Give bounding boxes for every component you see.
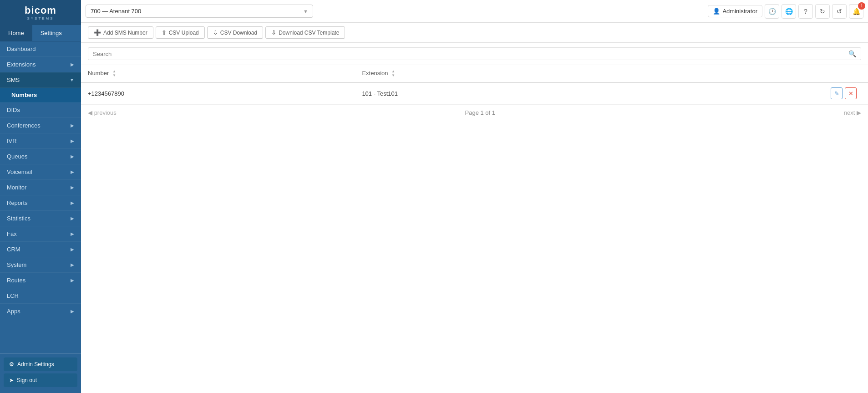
help-button[interactable]: ? [798, 4, 813, 19]
admin-settings-label: Admin Settings [17, 361, 54, 367]
column-actions [626, 65, 868, 82]
sidebar-item-label: Queues [7, 153, 28, 160]
sidebar-item-ivr[interactable]: IVR ▶ [0, 133, 81, 149]
column-number[interactable]: Number ▲ ▼ [81, 65, 355, 82]
sidebar-item-dids[interactable]: DIDs [0, 102, 81, 118]
chevron-right-icon: ▶ [71, 123, 74, 128]
sidebar-item-sms[interactable]: SMS ▼ [0, 72, 81, 88]
sidebar-item-label: Statistics [7, 215, 30, 222]
sidebar-item-statistics[interactable]: Statistics ▶ [0, 211, 81, 226]
sidebar-item-lcr[interactable]: LCR [0, 288, 81, 304]
nav-items: Dashboard Extensions ▶ SMS ▼ Numbers DID… [0, 41, 81, 353]
chevron-right-icon: ▶ [71, 309, 74, 314]
tenant-selector[interactable]: 700 — Atenant 700 ▼ [86, 5, 313, 18]
sidebar-item-system[interactable]: System ▶ [0, 257, 81, 273]
sidebar: bicom SYSTEMS Home Settings Dashboard Ex… [0, 0, 81, 393]
sort-desc-icon: ▼ [391, 74, 395, 77]
chevron-right-icon: ▶ [71, 62, 74, 67]
notification-button[interactable]: 🔔 1 [849, 4, 863, 19]
row-actions: ✎ ✕ [633, 87, 861, 99]
sync-button[interactable]: ↺ [832, 4, 847, 19]
chevron-right-icon: ▶ [71, 138, 74, 143]
sort-icons: ▲ ▼ [112, 70, 116, 77]
sidebar-item-label: Conferences [7, 122, 41, 129]
header: 700 — Atenant 700 ▼ 👤 Administrator 🕐 🌐 … [81, 0, 868, 23]
chevron-right-icon: ▶ [71, 278, 74, 283]
plus-icon: ➕ [94, 29, 101, 36]
next-page-button[interactable]: next ▶ [844, 109, 861, 116]
edit-button[interactable]: ✎ [831, 87, 843, 99]
download-template-label: Download CSV Template [279, 30, 339, 36]
sort-desc-icon: ▼ [112, 74, 116, 77]
column-extension[interactable]: Extension ▲ ▼ [355, 65, 626, 82]
refresh-button[interactable]: ↻ [815, 4, 830, 19]
sort-asc-icon: ▲ [112, 70, 116, 73]
sidebar-item-label: CRM [7, 246, 20, 253]
download-csv-template-button[interactable]: ⇩ Download CSV Template [265, 26, 345, 39]
sign-out-button[interactable]: ➤ Sign out [4, 373, 77, 387]
csv-download-button[interactable]: ⇩ CSV Download [207, 26, 263, 39]
previous-page-button[interactable]: ◀ previous [88, 109, 117, 116]
previous-label: previous [94, 109, 117, 116]
sidebar-item-reports[interactable]: Reports ▶ [0, 195, 81, 211]
sms-numbers-table: Number ▲ ▼ Extension ▲ ▼ [81, 65, 868, 104]
sidebar-item-dashboard[interactable]: Dashboard [0, 41, 81, 57]
cell-extension: 101 - Test101 [355, 82, 626, 104]
nav-home[interactable]: Home [0, 25, 32, 41]
sync-icon: ↺ [837, 8, 842, 15]
sign-out-label: Sign out [17, 377, 37, 383]
chevron-right-icon: ▶ [71, 185, 74, 190]
download-template-icon: ⇩ [271, 29, 276, 36]
user-icon: 👤 [713, 8, 720, 15]
nav-settings[interactable]: Settings [32, 25, 70, 41]
col-number-label: Number [88, 70, 109, 77]
download-icon: ⇩ [213, 29, 218, 36]
delete-button[interactable]: ✕ [845, 87, 857, 99]
add-sms-label: Add SMS Number [103, 30, 147, 36]
csv-upload-button[interactable]: ⇧ CSV Upload [156, 26, 205, 39]
search-box: 🔍 [88, 47, 861, 60]
sidebar-item-label: DIDs [7, 107, 20, 113]
content-area: Number ▲ ▼ Extension ▲ ▼ [81, 65, 868, 393]
csv-upload-label: CSV Upload [169, 30, 199, 36]
sidebar-item-extensions[interactable]: Extensions ▶ [0, 57, 81, 72]
csv-download-label: CSV Download [220, 30, 257, 36]
sidebar-item-label: Dashboard [7, 46, 36, 52]
globe-button[interactable]: 🌐 [782, 4, 796, 19]
sidebar-item-monitor[interactable]: Monitor ▶ [0, 180, 81, 195]
sidebar-item-label: System [7, 261, 26, 268]
top-nav: Home Settings [0, 25, 81, 41]
table-row: +1234567890 101 - Test101 ✎ ✕ [81, 82, 868, 104]
table-body: +1234567890 101 - Test101 ✎ ✕ [81, 82, 868, 104]
page-info: Page 1 of 1 [465, 109, 496, 116]
sidebar-bottom: ⚙ Admin Settings ➤ Sign out [0, 353, 81, 393]
chevron-right-icon: ▶ [71, 247, 74, 252]
clock-button[interactable]: 🕐 [765, 4, 779, 19]
chevron-down-icon: ▼ [303, 9, 308, 14]
admin-settings-button[interactable]: ⚙ Admin Settings [4, 357, 77, 371]
sidebar-item-label: Extensions [7, 61, 36, 68]
refresh-icon: ↻ [820, 8, 825, 15]
search-icon: 🔍 [848, 50, 856, 57]
search-input[interactable] [93, 51, 848, 57]
logo-area: bicom SYSTEMS [0, 0, 81, 25]
notification-badge: 1 [858, 2, 865, 10]
sidebar-item-fax[interactable]: Fax ▶ [0, 226, 81, 242]
sidebar-item-label: Monitor [7, 184, 26, 191]
user-menu[interactable]: 👤 Administrator [708, 5, 762, 17]
pagination: ◀ previous Page 1 of 1 next ▶ [81, 104, 868, 121]
sidebar-item-apps[interactable]: Apps ▶ [0, 304, 81, 319]
next-label: next [844, 109, 855, 116]
tenant-value: 700 — Atenant 700 [91, 8, 303, 15]
upload-icon: ⇧ [162, 29, 167, 36]
sidebar-item-numbers[interactable]: Numbers [0, 88, 81, 102]
sidebar-item-routes[interactable]: Routes ▶ [0, 273, 81, 288]
sidebar-item-voicemail[interactable]: Voicemail ▶ [0, 164, 81, 180]
logo-sub: SYSTEMS [25, 16, 56, 20]
search-area: 🔍 [81, 43, 868, 65]
logo-name: bicom [25, 5, 56, 16]
sidebar-item-conferences[interactable]: Conferences ▶ [0, 118, 81, 133]
add-sms-number-button[interactable]: ➕ Add SMS Number [88, 26, 153, 39]
sidebar-item-queues[interactable]: Queues ▶ [0, 149, 81, 164]
sidebar-item-crm[interactable]: CRM ▶ [0, 242, 81, 257]
